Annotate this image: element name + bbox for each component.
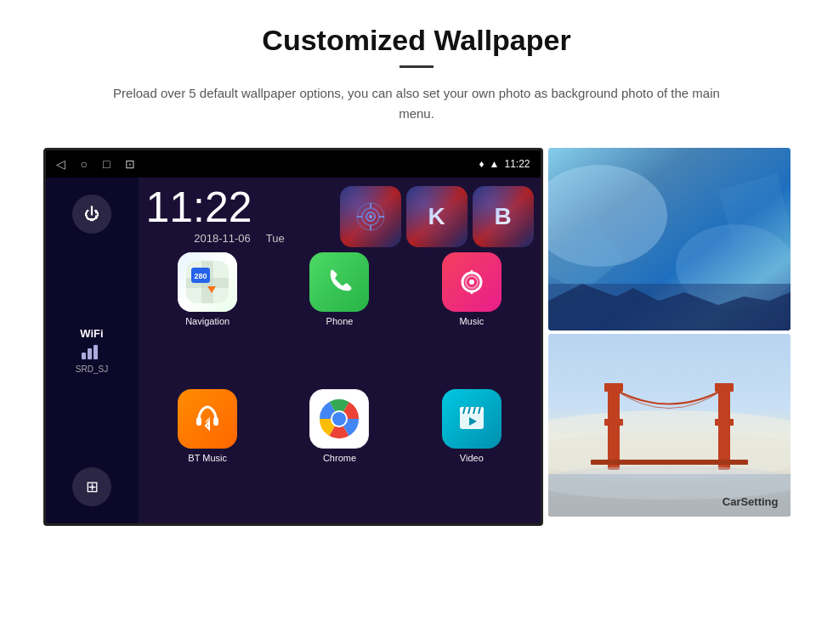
chrome-icon [309, 389, 369, 449]
carsetting-label: CarSetting [722, 495, 779, 508]
svg-rect-43 [608, 385, 620, 470]
svg-rect-1 [88, 348, 92, 359]
header-row: 11:22 2018-11-06 Tue [146, 186, 534, 247]
music-label: Music [459, 316, 484, 326]
app-bt-music[interactable]: BT Music [146, 389, 269, 517]
b-letter: B [494, 203, 511, 230]
svg-rect-22 [213, 417, 218, 426]
header-widgets: K B [340, 186, 534, 247]
signal-widget[interactable] [340, 186, 401, 247]
page-description: Preload over 5 default wallpaper options… [110, 83, 722, 124]
svg-rect-46 [718, 385, 730, 470]
power-icon: ⏻ [84, 206, 99, 223]
svg-rect-2 [94, 345, 98, 359]
phone-label: Phone [326, 316, 354, 326]
svg-rect-45 [604, 419, 623, 426]
main-content: ⏻ WiFi SRD_SJ [46, 178, 541, 523]
status-bar-right: ♦ ▲ 11:22 [479, 158, 530, 170]
clock-date: 2018-11-06 Tue [146, 232, 333, 245]
navigation-label: Navigation [185, 316, 230, 326]
app-music[interactable]: Music [410, 252, 533, 381]
status-bar: ◁ ○ □ ⊡ ♦ ▲ 11:22 [46, 150, 541, 178]
page-wrapper: Customized Wallpaper Preload over 5 defa… [0, 0, 833, 644]
status-bar-left: ◁ ○ □ ⊡ [56, 157, 136, 171]
clock-day-value: Tue [266, 232, 285, 245]
video-icon [442, 389, 502, 449]
svg-point-3 [357, 203, 384, 230]
app-video[interactable]: Video [410, 389, 533, 517]
svg-rect-48 [715, 419, 734, 426]
svg-point-5 [366, 212, 375, 221]
svg-point-25 [332, 412, 346, 426]
app-phone[interactable]: Phone [278, 252, 401, 381]
home-nav-icon[interactable]: ○ [81, 157, 88, 171]
page-title: Customized Wallpaper [262, 24, 570, 57]
phone-icon [309, 252, 369, 312]
wallpaper-ice-thumb[interactable] [548, 148, 790, 330]
apps-grid-icon: ⊞ [86, 477, 99, 496]
location-icon: ♦ [479, 158, 484, 170]
clock-widget: 11:22 2018-11-06 Tue [146, 186, 333, 245]
clock-time: 11:22 [146, 186, 333, 229]
svg-point-19 [469, 280, 474, 285]
svg-point-6 [369, 215, 372, 218]
android-screen: ◁ ○ □ ⊡ ♦ ▲ 11:22 ⏻ [43, 148, 543, 526]
svg-point-51 [548, 466, 790, 500]
app-chrome[interactable]: Chrome [278, 389, 401, 517]
svg-point-4 [362, 208, 379, 225]
wallpaper-bridge-thumb[interactable]: CarSetting [548, 334, 790, 517]
music-icon [442, 252, 502, 312]
screenshot-nav-icon[interactable]: ⊡ [125, 157, 135, 171]
wifi-label: WiFi [76, 327, 108, 340]
svg-rect-47 [715, 383, 734, 392]
wifi-status-icon: ▲ [490, 158, 500, 170]
svg-text:280: 280 [195, 272, 207, 280]
left-sidebar: ⏻ WiFi SRD_SJ [46, 178, 139, 523]
ki-widget[interactable]: K [406, 186, 468, 247]
recents-nav-icon[interactable]: □ [103, 157, 110, 171]
chrome-label: Chrome [323, 453, 356, 463]
svg-rect-49 [591, 460, 748, 465]
back-nav-icon[interactable]: ◁ [56, 157, 65, 171]
wallpaper-stack: CarSetting [548, 148, 790, 517]
b-widget[interactable]: B [473, 186, 534, 247]
bt-music-label: BT Music [188, 453, 227, 463]
app-navigation[interactable]: 280 Navigation [146, 252, 269, 381]
bt-music-icon [178, 389, 237, 449]
video-label: Video [460, 453, 484, 463]
svg-rect-0 [82, 353, 86, 359]
power-button[interactable]: ⏻ [72, 195, 111, 234]
wifi-ssid: SRD_SJ [76, 364, 108, 374]
wifi-info: WiFi SRD_SJ [76, 327, 108, 374]
svg-rect-21 [196, 417, 201, 426]
clock-date-value: 2018-11-06 [194, 232, 251, 245]
ki-letter: K [428, 203, 445, 230]
center-area: 11:22 2018-11-06 Tue [139, 178, 541, 523]
app-grid: 280 Navigation [146, 252, 534, 517]
wifi-bars-icon [76, 342, 108, 363]
device-container: ◁ ○ □ ⊡ ♦ ▲ 11:22 ⏻ [43, 148, 790, 526]
svg-rect-44 [604, 383, 623, 392]
navigation-icon: 280 [178, 252, 237, 312]
title-divider [400, 65, 434, 68]
apps-button[interactable]: ⊞ [72, 467, 111, 506]
status-time: 11:22 [504, 158, 530, 170]
